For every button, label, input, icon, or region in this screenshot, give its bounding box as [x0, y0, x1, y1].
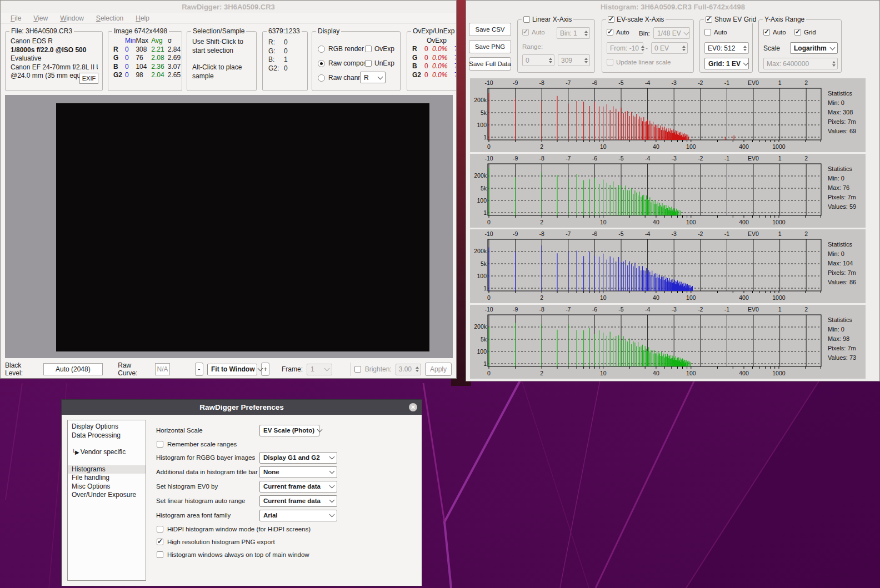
- sidebar-item-over-under-exposure[interactable]: Over/Under Exposure: [68, 491, 146, 500]
- spinner-arrows-icon: [741, 46, 747, 51]
- pref-select-horizontal-scale[interactable]: EV Scale (Photo): [259, 425, 319, 436]
- grid-auto-checkbox[interactable]: [704, 29, 711, 36]
- raw-image-viewport[interactable]: [5, 95, 453, 358]
- svg-text:1: 1: [778, 79, 782, 86]
- toolbar-separator: [350, 363, 351, 376]
- svg-text:-9: -9: [513, 306, 518, 313]
- linear-auto-checkbox[interactable]: [522, 29, 529, 36]
- ev-auto-checkbox[interactable]: [607, 29, 613, 36]
- display-radio-label: RGB render: [328, 45, 364, 53]
- display-radio-raw-compos[interactable]: Raw compos: [318, 59, 367, 67]
- update-linear-scale-checkbox[interactable]: [607, 59, 613, 66]
- pref-select-set-linear-histogram-auto-range[interactable]: Current frame data: [259, 495, 337, 507]
- linear-auto-label: Auto: [532, 29, 545, 36]
- menu-item-selection[interactable]: Selection: [91, 13, 129, 23]
- svg-text:-10: -10: [484, 79, 493, 86]
- menu-item-help[interactable]: Help: [130, 13, 155, 23]
- save-png-button[interactable]: Save PNG: [469, 40, 511, 53]
- y-scale-select[interactable]: Logarithm: [790, 42, 838, 54]
- svg-text:-2: -2: [698, 230, 703, 237]
- svg-text:0: 0: [487, 219, 491, 225]
- svg-text:Min: 0: Min: 0: [828, 326, 844, 333]
- svg-text:100: 100: [686, 370, 696, 376]
- svg-text:-8: -8: [539, 230, 544, 237]
- menu-item-window[interactable]: Window: [54, 13, 89, 23]
- pref-checkbox-remember-scale-ranges[interactable]: [157, 441, 163, 448]
- histogram-window-titlebar[interactable]: Histogram: 3H6A0509.CR3 Full-6742x4498: [466, 1, 879, 13]
- linear-auto-row[interactable]: Auto: [522, 29, 545, 36]
- y-axis-range-label: Y-Axis Range: [764, 16, 804, 23]
- zoom-in-button[interactable]: +: [261, 363, 269, 376]
- exif-button[interactable]: EXIF: [79, 73, 98, 84]
- pref-row-histogram-for-rgbg-bayer-images: Histogram for RGBG bayer imagesDisplay G…: [156, 450, 417, 465]
- ovexp-checkbox-row[interactable]: OvExp: [365, 45, 394, 53]
- radio-icon: [318, 60, 325, 67]
- black-level-value[interactable]: Auto (2048): [43, 363, 103, 375]
- y-grid-row[interactable]: Grid: [794, 29, 816, 36]
- display-radio-rgb-render[interactable]: RGB render: [318, 45, 364, 53]
- update-linear-scale-row[interactable]: Update linear scale: [607, 59, 671, 66]
- histogram-panel-b[interactable]: -10-9-8-7-6-5-4-3-2-1EV012200k5k10010210…: [470, 229, 866, 303]
- svg-text:1000: 1000: [772, 143, 786, 150]
- pref-checkbox-hidpi-histogram-window-mode-for-hidpi-screens-[interactable]: [157, 526, 163, 532]
- y-grid-checkbox[interactable]: [794, 29, 801, 36]
- ev-scale-checkbox[interactable]: [608, 16, 614, 23]
- zoom-mode-select[interactable]: Fit to Window: [207, 364, 257, 375]
- pref-select-histogram-area-font-family[interactable]: Arial: [259, 510, 337, 521]
- save-full-data-button[interactable]: Save Full Data: [469, 57, 511, 71]
- sidebar-item-data-processing[interactable]: Data Processing: [68, 431, 146, 440]
- menu-item-view[interactable]: View: [28, 13, 53, 23]
- pref-checkbox-high-resolution-histogram-png-export[interactable]: [157, 539, 163, 545]
- sidebar-item-misc-options[interactable]: Misc Options: [68, 483, 146, 491]
- raw-image-preview[interactable]: [56, 103, 429, 351]
- histogram-panel-g[interactable]: -10-9-8-7-6-5-4-3-2-1EV012200k5k10010210…: [470, 154, 866, 228]
- close-icon[interactable]: ✕: [409, 403, 417, 411]
- preferences-dialog: RawDigger Preferences ✕ Display OptionsD…: [61, 399, 422, 586]
- main-window-titlebar[interactable]: RawDigger: 3H6A0509.CR3: [1, 1, 456, 13]
- brighten-checkbox[interactable]: [354, 366, 361, 373]
- ev0-spinbox[interactable]: EV0: 512: [704, 42, 749, 54]
- svg-text:0: 0: [487, 143, 491, 150]
- histogram-panel-g2[interactable]: -10-9-8-7-6-5-4-3-2-1EV012200k5k10010210…: [470, 305, 866, 379]
- display-radio-raw-channe[interactable]: Raw channe: [318, 74, 366, 82]
- show-ev-grid-checkbox[interactable]: [706, 16, 712, 23]
- svg-text:-1: -1: [724, 79, 729, 86]
- svg-text:-5: -5: [618, 155, 623, 162]
- svg-text:-1: -1: [724, 155, 729, 162]
- grid-auto-row[interactable]: Auto: [704, 29, 727, 36]
- ev-auto-row[interactable]: Auto: [607, 29, 629, 36]
- apply-button[interactable]: Apply: [425, 363, 452, 376]
- svg-text:-6: -6: [592, 79, 597, 86]
- preferences-titlebar[interactable]: RawDigger Preferences ✕: [62, 400, 422, 415]
- sidebar-item-vendor-specific[interactable]: └▶Vendor specific: [68, 448, 146, 457]
- pref-select-value: EV Scale (Photo): [263, 427, 314, 434]
- svg-text:-9: -9: [513, 155, 518, 162]
- sidebar-item-file-handling[interactable]: File handling: [68, 474, 146, 483]
- svg-text:-2: -2: [698, 155, 703, 162]
- grid-step-select[interactable]: Grid: 1 EV: [704, 58, 749, 69]
- sidebar-item-label: Display Options: [72, 423, 118, 431]
- sidebar-item-display-options[interactable]: Display Options: [68, 423, 146, 431]
- pref-checkbox-histogram-windows-always-on-top-of-main-window[interactable]: [157, 551, 163, 558]
- y-auto-row[interactable]: Auto: [763, 29, 786, 36]
- pref-select-set-histogram-ev0-by[interactable]: Current frame data: [259, 481, 337, 492]
- unexp-checkbox-row[interactable]: UnExp: [365, 59, 394, 67]
- save-csv-button[interactable]: Save CSV: [469, 23, 511, 36]
- linear-bin-spinbox: Bin: 1: [557, 27, 590, 39]
- raw-channel-value: R: [364, 74, 369, 82]
- raw-channel-select[interactable]: R: [360, 72, 386, 83]
- ovexp-checkbox[interactable]: [365, 46, 372, 52]
- pref-select-additional-data-in-histogram-title-bar[interactable]: None: [259, 466, 337, 478]
- linear-x-axis-checkbox[interactable]: [523, 16, 530, 23]
- y-auto-checkbox[interactable]: [763, 29, 770, 36]
- pref-select-histogram-for-rgbg-bayer-images[interactable]: Display G1 and G2: [259, 452, 337, 464]
- zoom-out-button[interactable]: -: [195, 363, 203, 376]
- svg-text:-7: -7: [566, 79, 571, 86]
- ovexp-stats-row: B00.0%7m: [412, 62, 457, 71]
- menu-item-file[interactable]: File: [5, 13, 27, 23]
- sidebar-item-label: Vendor specific: [81, 448, 126, 457]
- histogram-panel-r[interactable]: -10-9-8-7-6-5-4-3-2-1EV012200k5k10010210…: [470, 78, 866, 152]
- svg-text:100: 100: [686, 294, 696, 301]
- unexp-checkbox[interactable]: [365, 60, 372, 67]
- sidebar-item-histograms[interactable]: Histograms: [68, 465, 146, 474]
